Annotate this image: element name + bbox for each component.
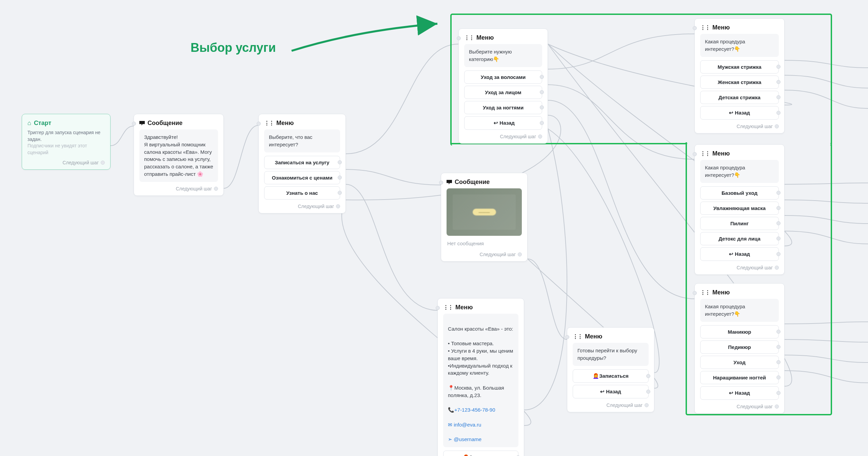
inport-icon[interactable]: [457, 36, 461, 40]
node-menu-ready[interactable]: Меню Готовы перейти к выбору процедуры? …: [567, 327, 654, 412]
outport-icon[interactable]: [338, 191, 342, 195]
grid-icon: [573, 333, 582, 340]
node-start-line2: Подписчики не увидят этот сценарий: [27, 143, 105, 156]
outport-icon[interactable]: [776, 375, 781, 379]
option-back[interactable]: ↩ Назад: [573, 385, 649, 398]
node-menuready-title: Меню: [585, 333, 602, 340]
option-mens-haircut[interactable]: Мужская стрижка: [700, 60, 779, 74]
node-menu-main[interactable]: Меню Выберите, что вас интересует? Запис…: [258, 114, 346, 213]
about-username-link[interactable]: ➣ @username: [448, 436, 481, 442]
node-msg1-title: Сообщение: [147, 120, 182, 127]
outport-icon[interactable]: [776, 345, 781, 349]
option-back[interactable]: ↩ Назад: [700, 386, 779, 400]
node-start[interactable]: Старт Триггер для запуска сценария не за…: [22, 114, 111, 170]
option-peeling[interactable]: Пилинг: [700, 217, 779, 230]
node-menuface-title: Меню: [712, 150, 730, 157]
outport-icon[interactable]: [776, 391, 781, 395]
outport-icon[interactable]: [540, 105, 544, 109]
image-preview[interactable]: ———: [447, 188, 522, 236]
outport-icon[interactable]: [540, 121, 544, 125]
node-menu-nails[interactable]: Меню Какая процедура интересует?👇 Маникю…: [694, 283, 785, 414]
outport-icon[interactable]: [336, 204, 340, 208]
inport-icon[interactable]: [693, 26, 697, 30]
option-nail-extension[interactable]: Наращивание ногтей: [700, 371, 779, 384]
about-phone-link[interactable]: 📞+7-123-456-78-90: [448, 407, 495, 413]
node-msgimg-title: Сообщение: [455, 179, 490, 186]
outport-icon[interactable]: [776, 252, 781, 256]
outport-icon[interactable]: [338, 160, 342, 164]
node-menunails-title: Меню: [712, 289, 730, 296]
inport-icon[interactable]: [693, 152, 697, 156]
node-menucat-prompt: Выберите нужную категорию👇: [464, 44, 542, 67]
node-msg1-next: Следующий шаг: [176, 186, 212, 191]
node-menu-face[interactable]: Меню Какая процедура интересует?👇 Базовы…: [694, 144, 785, 275]
option-womens-haircut[interactable]: Женская стрижка: [700, 76, 779, 89]
outport-icon[interactable]: [776, 65, 781, 69]
option-hair-care[interactable]: Уход за волосами: [464, 70, 542, 84]
message-icon: [447, 180, 452, 185]
outport-icon[interactable]: [776, 95, 781, 99]
node-menuhair-next: Следующий шаг: [736, 124, 773, 129]
node-menuabout-title: Меню: [455, 304, 473, 311]
outport-icon[interactable]: [775, 405, 779, 409]
option-detox-face[interactable]: Детокс для лица: [700, 232, 779, 245]
option-pedicure[interactable]: Педикюр: [700, 340, 779, 354]
option-nail-care[interactable]: Уход за ногтями: [464, 101, 542, 114]
option-book[interactable]: 👩‍🦰Записаться: [443, 451, 518, 456]
about-email-link[interactable]: ✉ info@eva.ru: [448, 422, 481, 428]
option-book[interactable]: 👩‍🦰Записаться: [573, 369, 649, 383]
outport-icon[interactable]: [776, 191, 781, 195]
option-moisturizing-mask[interactable]: Увлажняющая маска: [700, 202, 779, 215]
node-menunails-prompt: Какая процедура интересует?👇: [700, 299, 779, 322]
option-about-us[interactable]: Узнать о нас: [264, 186, 340, 200]
outport-icon[interactable]: [776, 111, 781, 115]
node-menu-about[interactable]: Меню Салон красоты «Ева» - это: • Топовы…: [437, 298, 524, 456]
node-menunails-next: Следующий шаг: [736, 404, 773, 409]
outport-icon[interactable]: [776, 236, 781, 241]
outport-icon[interactable]: [338, 175, 342, 180]
node-menu-category[interactable]: Меню Выберите нужную категорию👇 Уход за …: [458, 28, 548, 144]
outport-icon[interactable]: [538, 134, 542, 139]
outport-icon[interactable]: [646, 374, 650, 378]
option-basic-care[interactable]: Базовый уход: [700, 186, 779, 200]
inport-icon[interactable]: [693, 291, 697, 295]
outport-icon[interactable]: [775, 124, 779, 128]
node-message-greeting[interactable]: Сообщение Здравствуйте! Я виртуальный по…: [134, 114, 224, 196]
outport-icon[interactable]: [540, 90, 544, 94]
inport-icon[interactable]: [436, 306, 440, 310]
outport-icon[interactable]: [101, 161, 105, 165]
option-back[interactable]: ↩ Назад: [464, 116, 542, 130]
node-menucat-title: Меню: [476, 34, 494, 41]
node-msgimg-placeholder: Нет сообщения: [447, 239, 522, 248]
option-kids-haircut[interactable]: Детская стрижка: [700, 91, 779, 104]
option-back[interactable]: ↩ Назад: [700, 247, 779, 261]
outport-icon[interactable]: [776, 221, 781, 225]
outport-icon[interactable]: [540, 75, 544, 79]
option-nail-care[interactable]: Уход: [700, 356, 779, 369]
node-msg1-bubble: Здравствуйте! Я виртуальный помощник сал…: [139, 129, 218, 182]
outport-icon[interactable]: [214, 187, 218, 191]
outport-icon[interactable]: [646, 390, 650, 394]
outport-icon[interactable]: [776, 330, 781, 334]
option-face-care[interactable]: Уход за лицом: [464, 86, 542, 99]
inport-icon[interactable]: [257, 122, 261, 126]
inport-icon[interactable]: [565, 335, 569, 339]
option-see-prices[interactable]: Ознакомиться с ценами: [264, 171, 340, 184]
outport-icon[interactable]: [776, 206, 781, 210]
outport-icon[interactable]: [518, 252, 522, 256]
node-menuabout-bubble: Салон красоты «Ева» - это: • Топовые мас…: [443, 314, 518, 447]
inport-icon[interactable]: [439, 181, 443, 185]
message-icon: [139, 121, 145, 126]
outport-icon[interactable]: [776, 80, 781, 84]
grid-icon: [700, 150, 710, 157]
node-menu-hair[interactable]: Меню Какая процедура интересует?👇 Мужска…: [694, 18, 785, 133]
node-menuready-prompt: Готовы перейти к выбору процедуры?: [573, 343, 649, 366]
outport-icon[interactable]: [776, 360, 781, 364]
inport-icon[interactable]: [132, 122, 136, 126]
outport-icon[interactable]: [775, 266, 779, 270]
option-back[interactable]: ↩ Назад: [700, 106, 779, 120]
option-manicure[interactable]: Маникюр: [700, 325, 779, 338]
node-message-image[interactable]: Сообщение ——— Нет сообщения Следующий ша…: [441, 173, 528, 262]
outport-icon[interactable]: [645, 403, 649, 407]
option-book-service[interactable]: Записаться на услугу: [264, 156, 340, 169]
